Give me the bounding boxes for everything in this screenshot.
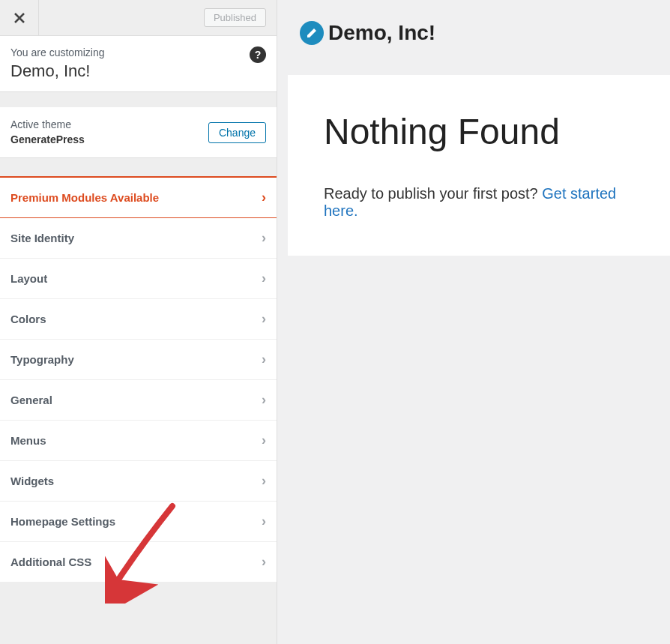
nothing-found-text: Ready to publish your first post? Get st… (324, 185, 634, 220)
preview-content: Nothing Found Ready to publish your firs… (288, 75, 670, 256)
change-theme-button[interactable]: Change (208, 122, 266, 143)
active-theme-label: Active theme (10, 118, 85, 133)
preview-header: Demo, Inc! (277, 0, 670, 75)
chevron-right-icon: › (262, 352, 266, 367)
help-icon[interactable]: ? (250, 46, 266, 63)
menu-item-label: Typography (10, 353, 74, 366)
menu-item-layout[interactable]: Layout › (0, 259, 277, 299)
menu-item-label: Layout (10, 272, 47, 285)
menu-item-label: Additional CSS (10, 556, 91, 568)
menu-item-colors[interactable]: Colors › (0, 299, 277, 340)
chevron-right-icon: › (262, 554, 266, 570)
menu-item-label: Site Identity (10, 232, 74, 244)
menu-item-typography[interactable]: Typography › (0, 340, 277, 380)
menu-item-widgets[interactable]: Widgets › (0, 461, 277, 502)
preview-site-title[interactable]: Demo, Inc! (328, 21, 435, 45)
topbar: Published (0, 0, 277, 36)
prompt-text: Ready to publish your first post? (324, 185, 542, 202)
menu-item-menus[interactable]: Menus › (0, 421, 277, 461)
chevron-right-icon: › (262, 392, 266, 408)
customizer-menu: Premium Modules Available › Site Identit… (0, 176, 277, 583)
menu-item-label: Menus (10, 434, 46, 447)
menu-item-label: Colors (10, 313, 46, 325)
menu-item-homepage-settings[interactable]: Homepage Settings › (0, 502, 277, 542)
menu-item-label: Homepage Settings (10, 515, 115, 528)
chevron-right-icon: › (262, 190, 266, 205)
customizing-info: You are customizing Demo, Inc! ? (0, 36, 277, 92)
pencil-icon (306, 27, 318, 39)
edit-shortcut-button[interactable] (300, 21, 324, 45)
active-theme-row: Active theme GeneratePress Change (0, 107, 277, 158)
menu-item-label: General (10, 394, 52, 406)
menu-item-label: Widgets (10, 475, 54, 487)
chevron-right-icon: › (262, 514, 266, 529)
close-icon (13, 12, 25, 24)
chevron-right-icon: › (262, 311, 266, 327)
active-theme-name: GeneratePress (10, 133, 85, 148)
chevron-right-icon: › (262, 433, 266, 448)
menu-item-additional-css[interactable]: Additional CSS › (0, 542, 277, 583)
close-button[interactable] (0, 0, 39, 36)
menu-item-premium[interactable]: Premium Modules Available › (0, 176, 277, 218)
customizing-site-title: Demo, Inc! (10, 61, 266, 81)
menu-item-site-identity[interactable]: Site Identity › (0, 218, 277, 259)
chevron-right-icon: › (262, 473, 266, 489)
preview-pane: Demo, Inc! Nothing Found Ready to publis… (277, 0, 670, 644)
chevron-right-icon: › (262, 230, 266, 246)
chevron-right-icon: › (262, 271, 266, 286)
published-button[interactable]: Published (204, 8, 266, 27)
nothing-found-heading: Nothing Found (324, 111, 634, 152)
customizer-sidebar: Published You are customizing Demo, Inc!… (0, 0, 277, 644)
menu-item-label: Premium Modules Available (10, 191, 159, 204)
menu-item-general[interactable]: General › (0, 380, 277, 421)
customizing-label: You are customizing (10, 46, 266, 58)
